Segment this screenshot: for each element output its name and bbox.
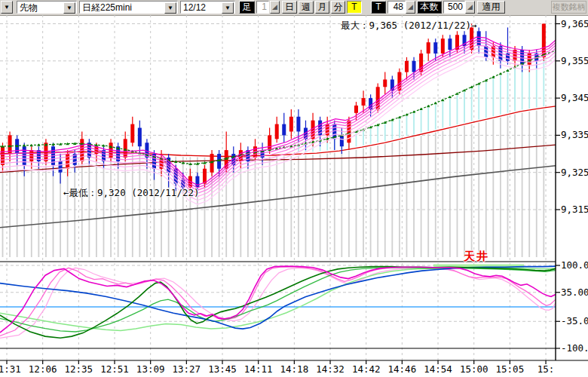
candle [477, 31, 481, 46]
oscillator-tick-label: 100.00 [561, 259, 588, 271]
candle [59, 161, 63, 173]
oscillator-tick-label: 35.00 [561, 287, 588, 298]
candle [268, 135, 271, 150]
oscillator-tick-label: -100.00 [561, 342, 588, 354]
oscillator-layer [0, 266, 556, 339]
time-tick-label: 12:35 [65, 363, 93, 375]
price-tick-label: 9,365 [561, 18, 588, 29]
time-tick-label: 14:11 [244, 363, 273, 375]
ma-marker [449, 96, 452, 98]
oscillator-series-pink-mid [0, 267, 556, 336]
chart-application-window: ▼ 先物 ▼ 日経225mini ▼ 12/12 ▼ 足 1 ◢ 日 週 月 分… [0, 0, 588, 377]
time-tick-label: 13:45 [208, 363, 237, 375]
candle [289, 117, 293, 132]
candle [282, 124, 286, 136]
candle [210, 154, 214, 173]
time-tick-label: 15:00 [460, 363, 488, 375]
candle [1, 146, 5, 165]
candle [66, 154, 69, 169]
time-tick-label: 12:06 [29, 363, 57, 375]
candle [340, 135, 344, 146]
ma-marker [441, 99, 444, 101]
candle [203, 169, 207, 184]
ceiling-annotation: 天井 [464, 250, 489, 264]
time-tick-label: 11:31 [0, 363, 21, 375]
oscillator-tick-label: -35.00 [561, 315, 588, 326]
oscillator-series-magenta-fast [0, 266, 556, 333]
candle [427, 42, 430, 54]
time-tick-label: 14:32 [316, 363, 345, 375]
candle [433, 42, 437, 54]
oscillator-series-blue-slow [0, 266, 556, 329]
max-price-annotation: 最大：9,365 (2012/11/22)→ [341, 20, 477, 32]
candle [275, 124, 279, 139]
time-tick-label: 14:46 [388, 363, 417, 375]
candle [138, 128, 142, 147]
time-tick-label: 13:09 [136, 363, 165, 375]
time-tick-label: 12:51 [100, 363, 129, 375]
candle [130, 124, 134, 143]
candle [441, 38, 445, 54]
candle [383, 79, 387, 87]
time-tick-label: 14:54 [424, 363, 452, 375]
time-tick-label: 15:05 [496, 363, 525, 375]
candle [195, 176, 199, 188]
price-tick-label: 9,345 [561, 92, 588, 103]
candle [405, 61, 409, 72]
ma-marker [506, 69, 509, 72]
price-tick-label: 9,325 [561, 167, 588, 178]
candle [448, 38, 452, 50]
time-tick-label: 14:42 [352, 363, 381, 375]
candle [362, 98, 366, 106]
price-tick-label: 9,315 [561, 204, 588, 215]
candle [412, 61, 416, 72]
price-tick-label: 9,335 [561, 129, 588, 140]
price-tick-label: 9,355 [561, 55, 588, 66]
ma-marker [434, 102, 437, 104]
candle [354, 106, 358, 113]
time-tick-label: 14:18 [280, 363, 309, 375]
time-tick-label: 13:27 [173, 363, 201, 375]
candle [296, 117, 300, 132]
min-price-annotation: ←最低：9,320 (2012/11/22) [63, 187, 200, 200]
time-tick-label: 15: [537, 363, 555, 375]
candle [484, 46, 488, 57]
